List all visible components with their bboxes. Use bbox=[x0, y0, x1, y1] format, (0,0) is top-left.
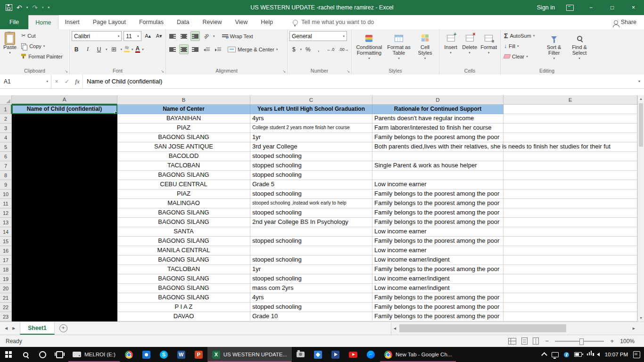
insert-function-button[interactable]: fx bbox=[72, 74, 83, 88]
wrap-text-button[interactable]: Wrap Text bbox=[221, 31, 255, 41]
cancel-button[interactable]: × bbox=[51, 74, 62, 88]
font-size-select[interactable]: 11 ▾ bbox=[124, 31, 141, 41]
maximize-button[interactable]: □ bbox=[602, 0, 623, 15]
formula-input[interactable]: Name of Child (confidential) bbox=[83, 74, 635, 88]
cell-C10[interactable]: stooped schooling bbox=[250, 189, 372, 199]
cell-B11[interactable]: MALINGAO bbox=[117, 199, 250, 208]
cell-E12[interactable] bbox=[504, 208, 637, 218]
enter-button[interactable]: ✓ bbox=[62, 74, 72, 88]
scroll-up-icon[interactable]: ▲ bbox=[638, 95, 644, 102]
cell-D4[interactable]: Family belongs to the poorest among the … bbox=[372, 133, 504, 142]
number-format-select[interactable]: General ▾ bbox=[289, 31, 347, 41]
align-left-button[interactable] bbox=[168, 44, 177, 54]
decrease-decimal-button[interactable]: .00→ bbox=[338, 44, 349, 54]
cell-C9[interactable]: Grade 5 bbox=[250, 180, 372, 189]
cell-E14[interactable] bbox=[504, 227, 637, 237]
action-center-icon[interactable] bbox=[633, 351, 640, 358]
cell-B15[interactable]: BAGONG SILANG bbox=[117, 237, 250, 246]
format-cells-button[interactable]: Format ▾ bbox=[479, 31, 498, 56]
network-tray-icon[interactable] bbox=[587, 354, 588, 355]
cut-button[interactable]: ✂Cut bbox=[20, 31, 64, 41]
cell-A2-redacted[interactable] bbox=[12, 114, 117, 123]
customize-qat-icon[interactable]: ▾ bbox=[48, 6, 50, 9]
cell-E23[interactable] bbox=[504, 312, 637, 321]
undo-icon[interactable]: ↶ bbox=[17, 4, 22, 11]
taskbar-app-excel[interactable]: XUS WESTERN UPDATE... bbox=[207, 347, 292, 362]
scroll-right-icon[interactable]: ▶ bbox=[630, 327, 637, 330]
zoom-slider[interactable] bbox=[555, 341, 604, 342]
name-box[interactable]: A1 ▾ bbox=[0, 74, 51, 88]
cell-D14[interactable]: Low income earner bbox=[372, 227, 504, 237]
cell-A16-redacted[interactable] bbox=[12, 246, 117, 255]
cell-B18[interactable]: TACLOBAN bbox=[117, 265, 250, 274]
cell-E16[interactable] bbox=[504, 246, 637, 255]
cell-D7[interactable]: Single Parent & work as house helper bbox=[372, 161, 504, 171]
cell-D21[interactable]: Family belongs to the poorest among the … bbox=[372, 293, 504, 303]
cell-D18[interactable]: Family belongs to the poorest among the … bbox=[372, 265, 504, 274]
vertical-scrollbar-thumb[interactable] bbox=[639, 103, 643, 147]
cell-B3[interactable]: PIAZ bbox=[117, 123, 250, 133]
insert-cells-button[interactable]: Insert ▾ bbox=[441, 31, 460, 56]
row-header-6[interactable]: 6 bbox=[0, 152, 12, 161]
tab-review[interactable]: Review bbox=[196, 15, 228, 29]
font-color-dropdown-icon[interactable]: ▾ bbox=[142, 48, 144, 51]
taskbar-app-messenger[interactable] bbox=[362, 347, 380, 362]
clear-button[interactable]: Clear▾ bbox=[503, 51, 540, 61]
vertical-scrollbar[interactable]: ▲ ▼ bbox=[637, 95, 644, 321]
cell-A7-redacted[interactable] bbox=[12, 161, 117, 171]
new-sheet-button[interactable]: + bbox=[59, 324, 67, 332]
autosum-dropdown-icon[interactable]: ▾ bbox=[533, 34, 535, 38]
cell-B14[interactable]: SANTA bbox=[117, 227, 250, 237]
row-header-13[interactable]: 13 bbox=[0, 218, 12, 227]
cell-B17[interactable]: BAGONG SILANG bbox=[117, 255, 250, 265]
expand-formula-bar-icon[interactable]: ▾ bbox=[635, 74, 644, 88]
redo-dropdown-icon[interactable]: ▾ bbox=[42, 6, 44, 9]
row-header-20[interactable]: 20 bbox=[0, 284, 12, 293]
cell-B13[interactable]: BAGONG SILANG bbox=[117, 218, 250, 227]
cell-C11[interactable]: stooped schooling ,instead work early to… bbox=[250, 199, 372, 208]
zoom-in-button[interactable]: + bbox=[609, 337, 615, 345]
row-header-12[interactable]: 12 bbox=[0, 208, 12, 218]
hidden-icons-chevron-icon[interactable] bbox=[541, 352, 547, 358]
select-all-corner[interactable] bbox=[0, 95, 12, 105]
middle-align-button[interactable] bbox=[179, 31, 189, 41]
display-tray-icon[interactable] bbox=[552, 352, 559, 357]
cell-D15[interactable]: Family belongs to the poorest among the … bbox=[372, 237, 504, 246]
cell-C21[interactable]: 4yrs bbox=[250, 293, 372, 303]
column-header-B[interactable]: B bbox=[117, 95, 250, 105]
cell-E21[interactable] bbox=[504, 293, 637, 303]
row-header-3[interactable]: 3 bbox=[0, 123, 12, 133]
cell-B9[interactable]: CEBU CENTRAL bbox=[117, 180, 250, 189]
cell-C8[interactable]: stopped schooling bbox=[250, 171, 372, 180]
cell-C6[interactable]: stooped schooling bbox=[250, 152, 372, 161]
cell-E9[interactable] bbox=[504, 180, 637, 189]
cell-A3-redacted[interactable] bbox=[12, 123, 117, 133]
sign-in-button[interactable]: Sign in bbox=[533, 3, 559, 12]
cell-C22[interactable]: stopped schooling bbox=[250, 303, 372, 312]
cell-E6[interactable] bbox=[504, 152, 637, 161]
fill-button[interactable]: ↓Fill▾ bbox=[503, 41, 540, 51]
cell-B22[interactable]: P I A Z bbox=[117, 303, 250, 312]
cell-D11[interactable]: Family belongs to the poorest among the … bbox=[372, 199, 504, 208]
underline-button[interactable]: U bbox=[94, 44, 104, 54]
cell-C15[interactable]: stopped schooling bbox=[250, 237, 372, 246]
merge-center-dropdown-icon[interactable]: ▾ bbox=[276, 48, 278, 51]
bottom-align-button[interactable] bbox=[190, 31, 200, 41]
increase-indent-button[interactable] bbox=[213, 44, 223, 54]
cell-E13[interactable] bbox=[504, 218, 637, 227]
cell-D6[interactable] bbox=[372, 152, 504, 161]
cell-D1[interactable]: Rationale for Continued Support bbox=[372, 105, 504, 114]
tab-help[interactable]: Help bbox=[254, 15, 280, 29]
tell-me-box[interactable]: Tell me what you want to do bbox=[293, 15, 374, 29]
tab-page-layout[interactable]: Page Layout bbox=[86, 15, 132, 29]
cell-C2[interactable]: 4yrs bbox=[250, 114, 372, 123]
orientation-button[interactable]: ab bbox=[202, 31, 211, 41]
align-right-button[interactable] bbox=[190, 44, 200, 54]
cell-C7[interactable]: stopped schooling bbox=[250, 161, 372, 171]
cell-C4[interactable]: 1yr bbox=[250, 133, 372, 142]
cell-A11-redacted[interactable] bbox=[12, 199, 117, 208]
cell-B19[interactable]: BAGONG SILANG bbox=[117, 274, 250, 284]
increase-font-size-button[interactable]: A▴ bbox=[143, 31, 153, 41]
cell-B10[interactable]: PIAZ bbox=[117, 189, 250, 199]
bluetooth-tray-icon[interactable] bbox=[564, 352, 569, 357]
